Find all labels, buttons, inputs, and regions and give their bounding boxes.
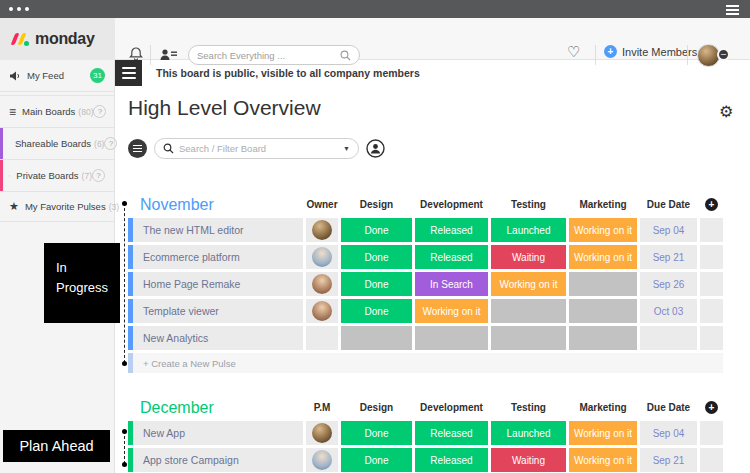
status-cell[interactable]: Launched [491, 421, 566, 445]
due-date-cell[interactable]: Sep 04 [640, 421, 697, 445]
create-new-pulse-row[interactable]: + Create a New Pulse [128, 353, 723, 373]
person-filter-icon[interactable] [366, 139, 385, 158]
pulse-name-cell[interactable]: Ecommerce platform [128, 245, 303, 269]
table-row[interactable]: New Analytics [128, 326, 723, 350]
avatar-status-badge[interactable]: – [717, 48, 730, 61]
status-cell[interactable]: Working on it [491, 272, 566, 296]
due-date-cell[interactable]: Oct 03 [640, 299, 697, 323]
due-date-cell[interactable]: Sep 04 [640, 218, 697, 242]
window-menu-icon[interactable] [726, 5, 739, 15]
pulse-name-cell[interactable]: Template viewer [128, 299, 303, 323]
extra-cell[interactable] [700, 421, 723, 445]
status-cell[interactable] [491, 326, 566, 350]
extra-cell[interactable] [700, 245, 723, 269]
status-cell[interactable]: Done [341, 218, 412, 242]
chevron-down-icon[interactable]: ▼ [343, 145, 350, 152]
table-row[interactable]: Ecommerce platform Done Released Waiting… [128, 245, 723, 269]
owner-cell[interactable] [306, 326, 338, 350]
add-column-icon[interactable]: + [705, 401, 718, 414]
global-search-input[interactable] [197, 50, 340, 61]
column-header-marketing[interactable]: Marketing [579, 199, 626, 210]
pulse-name-cell[interactable]: The new HTML editor [128, 218, 303, 242]
extra-cell[interactable] [700, 218, 723, 242]
status-cell[interactable]: Released [415, 421, 488, 445]
sidebar-item-private-boards[interactable]: Private Boards (7) ? [0, 160, 114, 192]
status-cell[interactable] [569, 299, 637, 323]
column-header-development[interactable]: Development [420, 199, 483, 210]
gear-icon[interactable]: ⚙ [719, 102, 733, 121]
group-title[interactable]: December [140, 399, 214, 417]
table-row[interactable]: App store Campaign Done Released Waiting… [128, 448, 723, 472]
board-filter-input[interactable] [179, 143, 338, 154]
table-row[interactable]: New App Done Released Launched Working o… [128, 421, 723, 445]
status-cell[interactable] [569, 326, 637, 350]
column-header-testing[interactable]: Testing [511, 402, 546, 413]
status-cell[interactable]: Working on it [569, 448, 637, 472]
status-cell[interactable]: Released [415, 218, 488, 242]
owner-cell[interactable] [306, 218, 338, 242]
table-row[interactable]: Home Page Remake Done In Search Working … [128, 272, 723, 296]
extra-cell[interactable] [700, 299, 723, 323]
sidebar-item-main-boards[interactable]: ≡ Main Boards (80) ? [0, 95, 114, 128]
owner-cell[interactable] [306, 245, 338, 269]
sidebar-item-my-feed[interactable]: My Feed 31 [0, 60, 114, 92]
help-icon[interactable]: ? [104, 137, 117, 150]
due-date-cell[interactable]: Sep 26 [640, 272, 697, 296]
logo-area[interactable]: monday [0, 18, 115, 60]
status-cell[interactable] [341, 326, 412, 350]
column-header-due-date[interactable]: Due Date [647, 402, 690, 413]
extra-cell[interactable] [700, 448, 723, 472]
status-cell[interactable]: Waiting [491, 448, 566, 472]
group-title[interactable]: November [140, 196, 214, 214]
table-row[interactable]: Template viewer Done Working on it Oct 0… [128, 299, 723, 323]
invite-members-button[interactable]: + Invite Members [604, 45, 697, 58]
column-header-development[interactable]: Development [420, 402, 483, 413]
column-header-testing[interactable]: Testing [511, 199, 546, 210]
status-cell[interactable] [491, 299, 566, 323]
owner-cell[interactable] [306, 448, 338, 472]
pulse-name-cell[interactable]: New Analytics [128, 326, 303, 350]
column-header-design[interactable]: Design [360, 402, 393, 413]
board-menu-button[interactable] [115, 60, 142, 86]
sidebar-item-favorite-pulses[interactable]: ★ My Favorite Pulses (3) [0, 192, 114, 222]
owner-cell[interactable] [306, 299, 338, 323]
column-header-marketing[interactable]: Marketing [579, 402, 626, 413]
help-icon[interactable]: ? [93, 105, 106, 118]
pulse-name-cell[interactable]: Home Page Remake [128, 272, 303, 296]
status-cell[interactable]: In Search [415, 272, 488, 296]
due-date-cell[interactable] [640, 326, 697, 350]
add-column-icon[interactable]: + [705, 198, 718, 211]
pulse-name-cell[interactable]: App store Campaign [128, 448, 303, 472]
pulse-name-cell[interactable]: New App [128, 421, 303, 445]
status-cell[interactable]: Working on it [569, 421, 637, 445]
due-date-cell[interactable]: Sep 21 [640, 448, 697, 472]
status-cell[interactable]: Done [341, 448, 412, 472]
column-header-due-date[interactable]: Due Date [647, 199, 690, 210]
help-icon[interactable]: ? [92, 169, 105, 182]
status-cell[interactable]: Launched [491, 218, 566, 242]
board-filter[interactable]: ▼ [154, 138, 359, 159]
sidebar-item-shareable-boards[interactable]: Shareable Boards (6) ? [0, 128, 114, 160]
filter-menu-button[interactable] [128, 139, 147, 158]
owner-cell[interactable] [306, 272, 338, 296]
status-cell[interactable]: Working on it [415, 299, 488, 323]
extra-cell[interactable] [700, 326, 723, 350]
heart-icon[interactable]: ♡ [567, 43, 580, 61]
column-header-pm[interactable]: P.M [314, 402, 331, 413]
status-cell[interactable]: Waiting [491, 245, 566, 269]
window-control-dots[interactable] [9, 7, 29, 11]
owner-cell[interactable] [306, 421, 338, 445]
status-cell[interactable]: Done [341, 421, 412, 445]
status-cell[interactable] [415, 326, 488, 350]
column-header-owner[interactable]: Owner [306, 199, 337, 210]
status-cell[interactable]: Released [415, 448, 488, 472]
due-date-cell[interactable]: Sep 21 [640, 245, 697, 269]
status-cell[interactable]: Released [415, 245, 488, 269]
status-cell[interactable]: Done [341, 299, 412, 323]
status-cell[interactable]: Done [341, 272, 412, 296]
status-cell[interactable]: Done [341, 245, 412, 269]
status-cell[interactable] [569, 272, 637, 296]
status-cell[interactable]: Working on it [569, 218, 637, 242]
table-row[interactable]: The new HTML editor Done Released Launch… [128, 218, 723, 242]
column-header-design[interactable]: Design [360, 199, 393, 210]
